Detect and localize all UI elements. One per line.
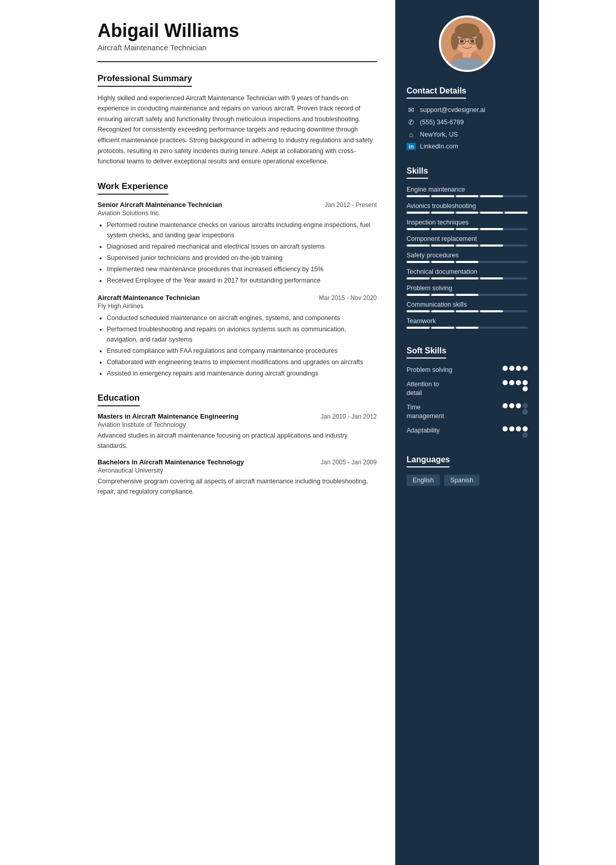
skill-bar-segment [480, 277, 503, 279]
soft-skill-item: Adaptability [407, 426, 528, 438]
skill-bar [407, 310, 528, 312]
contact-phone: ✆ (555) 345-6789 [407, 118, 528, 126]
skill-bar-segment [407, 277, 430, 279]
dot [516, 380, 521, 385]
dot [509, 426, 514, 431]
skill-bar-segment [480, 294, 503, 296]
skill-bar-segment [407, 212, 430, 214]
job-bullets: Performed routine maintenance checks on … [98, 220, 377, 286]
skill-bar-segment [407, 261, 430, 263]
edu-header: Bachelors in Aircraft Maintenance Techno… [98, 458, 377, 466]
dot [503, 403, 508, 408]
dot [523, 380, 528, 385]
language-tag-english: English [407, 475, 440, 486]
skill-bar-segment [505, 277, 528, 279]
contact-linkedin: in LinkedIn.com [407, 143, 528, 150]
skill-name: Teamwork [407, 317, 528, 325]
skill-bar [407, 327, 528, 329]
svg-point-12 [460, 40, 464, 43]
contact-email: ✉ support@cvdesigner.ai [407, 106, 528, 114]
edu-dates: Jan 2010 - Jan 2012 [321, 413, 377, 420]
edu-entry: Masters in Aircraft Maintenance Engineer… [98, 412, 377, 451]
skill-bar [407, 228, 528, 230]
skill-name: Engine maintenance [407, 186, 528, 193]
candidate-job-title: Aircraft Maintenance Technician [98, 43, 377, 52]
dot [523, 432, 528, 438]
skill-bar-segment [407, 228, 430, 230]
avatar [439, 15, 495, 72]
skills-list: Engine maintenanceAvionics troubleshooti… [407, 186, 528, 329]
skill-bar [407, 245, 528, 247]
skill-bar-segment [456, 327, 479, 329]
contact-linkedin-value: LinkedIn.com [420, 143, 458, 150]
edu-dates: Jan 2005 - Jan 2009 [321, 459, 377, 466]
summary-title: Professional Summary [98, 73, 192, 87]
right-sidebar: Contact Details ✉ support@cvdesigner.ai … [395, 0, 539, 865]
skill-bar-segment [431, 261, 454, 263]
soft-skill-item: Problem solving [407, 366, 528, 375]
dot [516, 426, 521, 431]
skill-bar-segment [505, 228, 528, 230]
skill-bar-segment [456, 310, 479, 312]
skill-item: Technical documentation [407, 268, 528, 279]
skill-bar-segment [456, 277, 479, 279]
skill-bar-segment [505, 327, 528, 329]
skill-bar-segment [480, 212, 503, 214]
skill-bar-segment [505, 310, 528, 312]
skill-bar-segment [431, 195, 454, 197]
bullet-item: Performed routine maintenance checks on … [107, 220, 377, 240]
skill-name: Avionics troubleshooting [407, 202, 528, 210]
skill-bar-segment [431, 327, 454, 329]
soft-skill-item: Attention to detail [407, 380, 528, 398]
skill-bar-segment [480, 327, 503, 329]
soft-skill-dots [503, 403, 528, 415]
bullet-item: Collaborated with engineering teams to i… [107, 357, 377, 367]
skills-section-title: Skills [407, 166, 428, 179]
job-bullets: Conducted scheduled maintenance on aircr… [98, 313, 377, 379]
soft-skill-dots [503, 380, 528, 391]
location-icon: ⌂ [407, 130, 416, 139]
languages-section-title: Languages [407, 455, 450, 467]
dot [509, 380, 514, 385]
skill-bar-segment [407, 310, 430, 312]
skill-bar [407, 277, 528, 279]
email-icon: ✉ [407, 106, 416, 114]
soft-skills-section: Soft Skills Problem solvingAttention to … [407, 346, 528, 443]
phone-icon: ✆ [407, 118, 416, 126]
education-title: Education [98, 393, 140, 406]
dot [516, 403, 521, 408]
dot [523, 403, 528, 408]
skill-name: Inspection techniques [407, 219, 528, 226]
skill-bar-segment [456, 261, 479, 263]
dot [509, 403, 514, 408]
job-title-text: Senior Aircraft Maintenance Technician [98, 201, 222, 209]
soft-skill-name: Attention to detail [407, 380, 503, 398]
skills-section: Skills Engine maintenanceAvionics troubl… [407, 166, 528, 334]
skill-bar [407, 261, 528, 263]
dot [516, 366, 521, 371]
skill-name: Communication skills [407, 301, 528, 308]
dot [523, 366, 528, 371]
skill-bar-segment [505, 261, 528, 263]
skill-bar-segment [456, 245, 479, 247]
skill-item: Engine maintenance [407, 186, 528, 197]
skill-bar-segment [431, 245, 454, 247]
skill-name: Problem solving [407, 285, 528, 292]
soft-skill-name: Adaptability [407, 426, 503, 436]
skill-name: Technical documentation [407, 268, 528, 275]
skill-bar-segment [505, 294, 528, 296]
skill-bar-segment [505, 212, 528, 214]
dot [523, 386, 528, 391]
candidate-name: Abigail Williams [98, 21, 377, 41]
dot [523, 426, 528, 431]
contact-phone-value: (555) 345-6789 [420, 119, 464, 126]
dot [503, 380, 508, 385]
bullet-item: Received Employee of the Year award in 2… [107, 275, 377, 286]
bullet-item: Conducted scheduled maintenance on aircr… [107, 313, 377, 323]
skill-bar-segment [456, 195, 479, 197]
bullet-item: Diagnosed and repaired mechanical and el… [107, 241, 377, 252]
soft-skills-section-title: Soft Skills [407, 346, 446, 359]
soft-skill-dots [503, 366, 528, 371]
avatar-image [441, 17, 493, 70]
dot [503, 426, 508, 431]
